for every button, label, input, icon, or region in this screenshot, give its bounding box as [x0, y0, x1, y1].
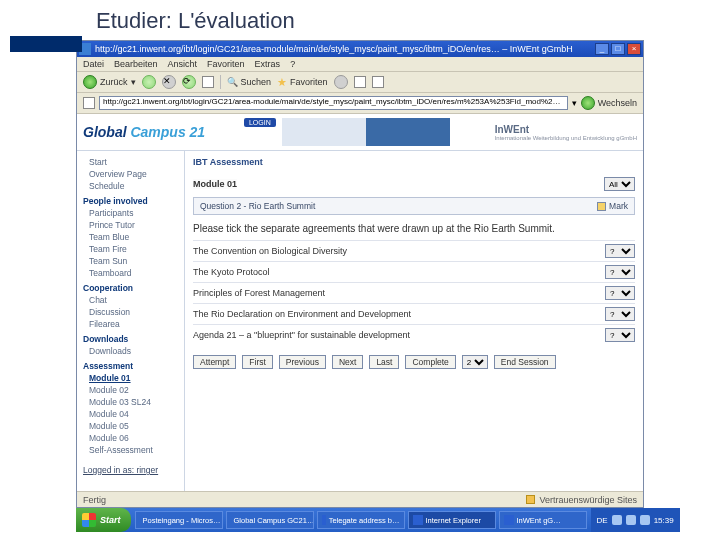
option-select[interactable]: ?: [605, 328, 635, 342]
taskbar-item[interactable]: Posteingang - Micros…: [135, 511, 223, 529]
maximize-button[interactable]: □: [611, 43, 625, 55]
status-text: Fertig: [83, 495, 106, 505]
taskbar-item[interactable]: Global Campus GC21…: [226, 511, 314, 529]
sidebar-heading-assessment: Assessment: [83, 361, 178, 371]
option-select[interactable]: ?: [605, 307, 635, 321]
last-button[interactable]: Last: [369, 355, 399, 369]
windows-icon: [82, 513, 96, 527]
menu-favorites[interactable]: Favoriten: [207, 59, 245, 69]
inwent-logo: InWEntInternationale Weiterbildung und E…: [495, 124, 637, 141]
url-input[interactable]: http://gc21.inwent.org/ibt/login/GC21/ar…: [99, 96, 568, 110]
forward-button[interactable]: [142, 75, 156, 89]
history-button[interactable]: [334, 75, 348, 89]
sidebar-item[interactable]: Chat: [83, 295, 178, 305]
print-button[interactable]: [372, 76, 384, 88]
option-select[interactable]: ?: [605, 244, 635, 258]
option-row: The Kyoto Protocol?: [193, 261, 635, 282]
option-row: The Rio Declaration on Environment and D…: [193, 303, 635, 324]
tray-icon[interactable]: [612, 515, 622, 525]
app-icon: [504, 515, 514, 525]
favorites-button[interactable]: ★Favoriten: [277, 76, 328, 89]
sidebar: Start Overview Page Schedule People invo…: [77, 151, 185, 491]
security-zone: Vertrauenswürdige Sites: [539, 495, 637, 505]
address-bar: http://gc21.inwent.org/ibt/login/GC21/ar…: [77, 93, 643, 114]
search-button[interactable]: 🔍 Suchen: [227, 77, 272, 87]
titlebar: http://gc21.inwent.org/ibt/login/GC21/ar…: [77, 41, 643, 57]
page-icon: [83, 97, 95, 109]
sidebar-item-module01[interactable]: Module 01: [83, 373, 178, 383]
menu-bar: Datei Bearbeiten Ansicht Favoriten Extra…: [77, 57, 643, 72]
complete-button[interactable]: Complete: [405, 355, 455, 369]
start-button[interactable]: Start: [76, 508, 131, 532]
ie-icon: [413, 515, 423, 525]
sidebar-item[interactable]: Teamboard: [83, 268, 178, 278]
first-button[interactable]: First: [242, 355, 273, 369]
language-indicator[interactable]: DE: [597, 516, 608, 525]
stop-button[interactable]: ✕: [162, 75, 176, 89]
header-banner: LOGIN: [250, 118, 450, 146]
page-title: IBT Assessment: [193, 157, 635, 167]
option-select[interactable]: ?: [605, 286, 635, 300]
sidebar-item[interactable]: Module 04: [83, 409, 178, 419]
back-button[interactable]: Zurück ▾: [83, 75, 136, 89]
main-content: IBT Assessment Module 01 All Question 2 …: [185, 151, 643, 491]
sidebar-item[interactable]: Module 03 SL24: [83, 397, 178, 407]
mark-toggle[interactable]: Mark: [597, 201, 628, 211]
taskbar-item[interactable]: Telegate address b…: [317, 511, 405, 529]
mail-button[interactable]: [354, 76, 366, 88]
nav-buttons: Attempt First Previous Next Last Complet…: [193, 355, 635, 369]
sidebar-item[interactable]: Discussion: [83, 307, 178, 317]
sidebar-item[interactable]: Participants: [83, 208, 178, 218]
status-bar: Fertig Vertrauenswürdige Sites: [77, 491, 643, 507]
system-tray[interactable]: DE 15:39: [591, 508, 680, 532]
sidebar-item[interactable]: Overview Page: [83, 169, 178, 179]
minimize-button[interactable]: _: [595, 43, 609, 55]
tray-icon[interactable]: [640, 515, 650, 525]
sidebar-heading-people: People involved: [83, 196, 178, 206]
taskbar-item-active[interactable]: Internet Explorer: [408, 511, 496, 529]
sidebar-item[interactable]: Downloads: [83, 346, 178, 356]
lock-icon: [526, 495, 535, 504]
sidebar-item[interactable]: Start: [83, 157, 178, 167]
home-button[interactable]: [202, 76, 214, 88]
menu-extras[interactable]: Extras: [255, 59, 281, 69]
sidebar-heading-downloads: Downloads: [83, 334, 178, 344]
menu-edit[interactable]: Bearbeiten: [114, 59, 158, 69]
attempt-button[interactable]: Attempt: [193, 355, 236, 369]
sidebar-item[interactable]: Team Blue: [83, 232, 178, 242]
option-row: Agenda 21 – a "blueprint" for sustainabl…: [193, 324, 635, 345]
sidebar-item[interactable]: Team Fire: [83, 244, 178, 254]
close-button[interactable]: ×: [627, 43, 641, 55]
taskbar: Start Posteingang - Micros… Global Campu…: [76, 508, 644, 532]
question-bar: Question 2 - Rio Earth Summit Mark: [193, 197, 635, 215]
option-select[interactable]: ?: [605, 265, 635, 279]
sidebar-item[interactable]: Filearea: [83, 319, 178, 329]
sidebar-item[interactable]: Module 06: [83, 433, 178, 443]
question-label: Question 2 - Rio Earth Summit: [200, 201, 315, 211]
tray-icon[interactable]: [626, 515, 636, 525]
go-button[interactable]: Wechseln: [581, 96, 637, 110]
menu-help[interactable]: ?: [290, 59, 295, 69]
gc21-logo: Global Campus 21: [83, 124, 205, 140]
back-icon: [83, 75, 97, 89]
next-button[interactable]: Next: [332, 355, 363, 369]
menu-view[interactable]: Ansicht: [168, 59, 198, 69]
logged-in-label: Logged in as: ringer: [83, 465, 178, 475]
sidebar-item[interactable]: Self-Assessment: [83, 445, 178, 455]
login-button[interactable]: LOGIN: [244, 118, 276, 127]
sidebar-item[interactable]: Module 02: [83, 385, 178, 395]
menu-file[interactable]: Datei: [83, 59, 104, 69]
previous-button[interactable]: Previous: [279, 355, 326, 369]
browser-window: http://gc21.inwent.org/ibt/login/GC21/ar…: [76, 40, 644, 508]
sidebar-item[interactable]: Team Sun: [83, 256, 178, 266]
refresh-button[interactable]: ⟳: [182, 75, 196, 89]
page-select[interactable]: 2: [462, 355, 488, 369]
end-session-button[interactable]: End Session: [494, 355, 556, 369]
app-icon: [322, 515, 326, 525]
sidebar-item[interactable]: Module 05: [83, 421, 178, 431]
filter-select[interactable]: All: [604, 177, 635, 191]
sidebar-item[interactable]: Schedule: [83, 181, 178, 191]
taskbar-item[interactable]: InWEnt gG…: [499, 511, 587, 529]
sidebar-item[interactable]: Prince Tutor: [83, 220, 178, 230]
sidebar-heading-cooperation: Cooperation: [83, 283, 178, 293]
